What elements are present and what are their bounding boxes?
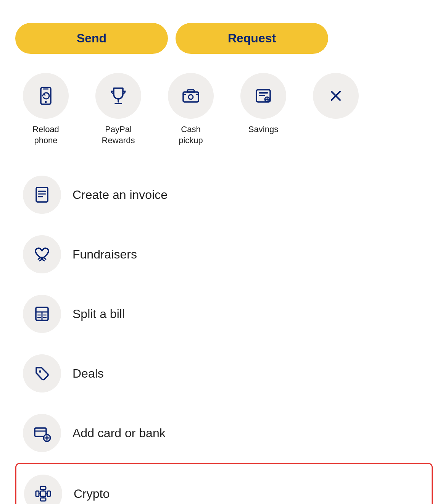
close-icon-circle xyxy=(313,73,359,119)
close-icon xyxy=(328,88,344,104)
request-button[interactable]: Request xyxy=(176,23,328,54)
menu-item-deals[interactable]: Deals xyxy=(15,344,433,403)
menu-item-create-invoice[interactable]: Create an invoice xyxy=(15,165,433,225)
quick-action-savings[interactable]: Savings xyxy=(233,73,294,135)
savings-icon-circle xyxy=(240,73,286,119)
quick-action-cash-pickup[interactable]: Cashpickup xyxy=(160,73,221,146)
add-card-bank-icon xyxy=(32,423,52,443)
svg-point-3 xyxy=(189,95,193,99)
menu-list: Create an invoice Fundraisers Split a bi xyxy=(15,165,433,504)
add-card-icon-circle xyxy=(23,414,61,452)
menu-item-fundraisers[interactable]: Fundraisers xyxy=(15,225,433,284)
paypal-rewards-label: PayPalRewards xyxy=(102,124,135,146)
add-card-bank-label: Add card or bank xyxy=(73,426,166,440)
deals-icon-circle xyxy=(23,354,61,393)
crypto-icon-circle xyxy=(24,475,62,504)
svg-rect-29 xyxy=(40,486,46,489)
quick-actions-row: Reloadphone PayPalRewards Cashpickup xyxy=(15,73,433,146)
savings-icon xyxy=(253,86,273,106)
svg-rect-32 xyxy=(47,491,50,496)
deals-icon xyxy=(32,364,52,383)
fundraisers-icon-circle xyxy=(23,235,61,273)
reload-phone-icon-circle xyxy=(23,73,69,119)
reload-phone-icon xyxy=(36,86,56,106)
quick-action-paypal-rewards[interactable]: PayPalRewards xyxy=(88,73,149,146)
reload-phone-label: Reloadphone xyxy=(32,124,59,146)
fundraisers-label: Fundraisers xyxy=(73,247,137,262)
svg-rect-2 xyxy=(183,92,198,102)
trophy-icon xyxy=(108,86,128,106)
svg-rect-12 xyxy=(36,187,48,202)
top-buttons: Send Request xyxy=(15,23,433,54)
svg-point-1 xyxy=(45,101,47,103)
paypal-rewards-icon-circle xyxy=(95,73,141,119)
savings-label: Savings xyxy=(248,124,278,135)
invoice-icon-circle xyxy=(23,176,61,214)
menu-item-split-bill[interactable]: Split a bill xyxy=(15,284,433,344)
split-bill-label: Split a bill xyxy=(73,307,125,321)
svg-rect-37 xyxy=(40,491,46,496)
quick-action-reload-phone[interactable]: Reloadphone xyxy=(15,73,76,146)
svg-rect-31 xyxy=(36,491,39,496)
send-button[interactable]: Send xyxy=(15,23,168,54)
create-invoice-label: Create an invoice xyxy=(73,188,168,202)
menu-item-add-card-bank[interactable]: Add card or bank xyxy=(15,403,433,463)
cash-pickup-label: Cashpickup xyxy=(179,124,203,146)
svg-rect-5 xyxy=(259,92,268,94)
crypto-icon xyxy=(34,484,53,503)
cash-pickup-icon-circle xyxy=(168,73,214,119)
svg-rect-6 xyxy=(259,95,265,96)
deals-label: Deals xyxy=(73,367,104,381)
crypto-label: Crypto xyxy=(74,487,110,501)
invoice-icon xyxy=(32,185,52,204)
fundraisers-icon xyxy=(32,245,52,264)
split-bill-icon-circle xyxy=(23,295,61,333)
cash-pickup-icon xyxy=(181,86,201,106)
svg-rect-30 xyxy=(40,498,46,501)
menu-item-crypto[interactable]: Crypto xyxy=(15,463,433,504)
quick-action-close[interactable] xyxy=(305,73,366,124)
split-bill-icon xyxy=(32,304,52,323)
svg-point-23 xyxy=(39,370,41,373)
